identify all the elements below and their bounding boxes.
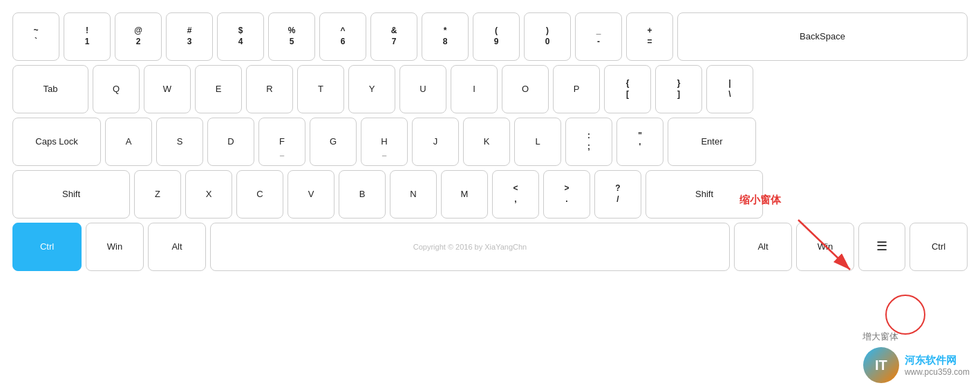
key-lbracket[interactable]: { [ [604,65,651,113]
keyboard: ~ ` ! 1 @ 2 # 3 $ 4 % 5 ^ 6 & 7 [0,0,980,284]
watermark-text: 河东软件网 www.pcu359.com [905,354,970,377]
key-2[interactable]: @ 2 [115,12,162,61]
key-u[interactable]: U [399,65,446,113]
key-g[interactable]: G [310,118,357,166]
key-enter[interactable]: Enter [668,118,756,166]
key-c[interactable]: C [236,170,283,219]
enlarge-label: 增大窗体 [863,331,898,343]
key-6[interactable]: ^ 6 [319,12,366,61]
key-shift-right[interactable]: Shift [646,170,763,219]
key-shift-left[interactable]: Shift [12,170,130,219]
key-backspace[interactable]: BackSpace [677,12,968,61]
key-semicolon[interactable]: : ; [565,118,612,166]
key-ctrl-left[interactable]: Ctrl [12,223,82,271]
key-win-right[interactable]: Win [796,223,854,271]
key-alt-right[interactable]: Alt [734,223,792,271]
key-period[interactable]: > . [543,170,590,219]
key-slash[interactable]: ? / [594,170,641,219]
key-h[interactable]: _ H _ [361,118,408,166]
keyboard-row-4: Shift Z X C V B N M < , > . ? / Shift [12,170,968,219]
key-tilde[interactable]: ~ ` [12,12,59,61]
key-l[interactable]: L [514,118,561,166]
key-capslock[interactable]: Caps Lock [12,118,101,166]
key-v[interactable]: V [288,170,334,219]
key-menu[interactable]: ☰ [858,223,905,271]
key-t[interactable]: T [297,65,344,113]
key-j[interactable]: J [412,118,459,166]
key-x[interactable]: X [185,170,232,219]
key-4[interactable]: $ 4 [217,12,264,61]
key-s[interactable]: S [156,118,203,166]
key-d[interactable]: D [207,118,254,166]
key-f[interactable]: _ F _ [258,118,305,166]
keyboard-row-3: Caps Lock A S D _ F _ G _ H _ J K L : ; … [12,118,968,166]
key-e[interactable]: E [195,65,242,113]
key-o[interactable]: O [502,65,549,113]
key-alt-left[interactable]: Alt [148,223,206,271]
key-r[interactable]: R [246,65,293,113]
keyboard-row-5: Ctrl Win Alt Copyright © 2016 by XiaYang… [12,223,968,271]
key-n[interactable]: N [390,170,437,219]
key-i[interactable]: I [451,65,498,113]
key-comma[interactable]: < , [492,170,539,219]
key-space[interactable]: Copyright © 2016 by XiaYangChn [210,223,730,271]
key-q[interactable]: Q [93,65,140,113]
key-rbracket[interactable]: } ] [655,65,702,113]
key-ctrl-right[interactable]: Ctrl [910,223,968,271]
key-8[interactable]: * 8 [422,12,469,61]
key-backslash[interactable]: | \ [706,65,753,113]
key-m[interactable]: M [441,170,488,219]
keyboard-row-2: Tab Q W E R T Y U I O P { [ } ] | \ [12,65,968,113]
key-3[interactable]: # 3 [166,12,213,61]
key-z[interactable]: Z [134,170,181,219]
svg-point-2 [886,295,925,334]
key-7[interactable]: & 7 [370,12,417,61]
key-tab[interactable]: Tab [12,65,88,113]
key-a[interactable]: A [105,118,152,166]
key-minus[interactable]: _ - [575,12,622,61]
watermark-logo: IT [863,347,899,383]
keyboard-row-1: ~ ` ! 1 @ 2 # 3 $ 4 % 5 ^ 6 & 7 [12,12,968,61]
key-5[interactable]: % 5 [268,12,315,61]
key-b[interactable]: B [339,170,386,219]
key-win-left[interactable]: Win [86,223,144,271]
key-9[interactable]: ( 9 [473,12,520,61]
key-1[interactable]: ! 1 [64,12,111,61]
watermark: IT 河东软件网 www.pcu359.com [863,347,970,383]
key-p[interactable]: P [553,65,600,113]
key-k[interactable]: K [463,118,510,166]
key-0[interactable]: ) 0 [524,12,571,61]
key-equals[interactable]: + = [626,12,673,61]
key-w[interactable]: W [144,65,191,113]
key-y[interactable]: Y [348,65,395,113]
key-quote[interactable]: " ' [616,118,663,166]
